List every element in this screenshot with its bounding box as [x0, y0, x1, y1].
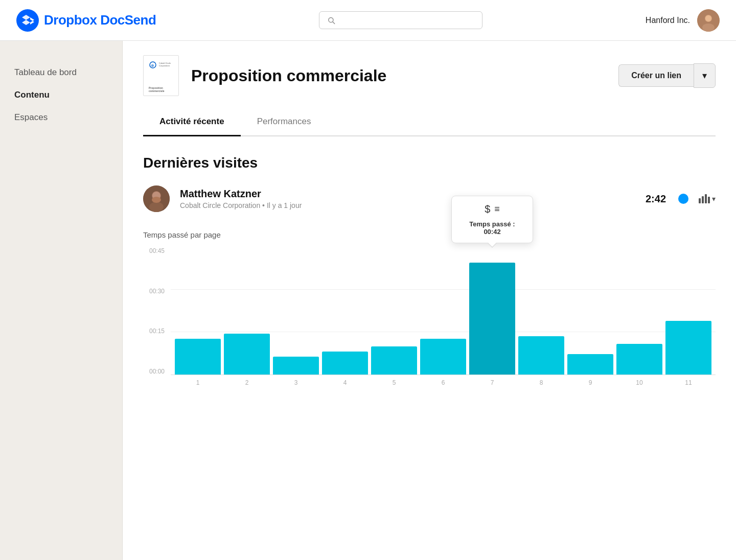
logo[interactable]: Dropbox DocSend	[16, 9, 156, 32]
x-label-8: 8	[518, 379, 564, 386]
x-label-4: 4	[322, 379, 368, 386]
chevron-down-icon: ▾	[712, 195, 716, 203]
y-label-45: 00:45	[143, 247, 169, 254]
avatar	[697, 9, 720, 32]
chart-tooltip: $ ≡ Temps passé : 00:42	[451, 196, 533, 243]
svg-rect-17	[708, 197, 710, 203]
svg-rect-16	[705, 194, 707, 203]
x-label-7: 7	[469, 379, 515, 386]
svg-point-6	[705, 15, 711, 21]
tooltip-arrow-inner	[488, 242, 497, 247]
dollar-icon: $	[485, 203, 490, 215]
x-label-5: 5	[371, 379, 417, 386]
doc-thumbnail: ⊕ Cobalt CircleCorporation Proposition c…	[143, 55, 179, 96]
search-bar[interactable]	[319, 11, 482, 29]
x-label-10: 10	[616, 379, 662, 386]
svg-point-13	[152, 197, 161, 203]
svg-line-2	[333, 21, 335, 24]
header: Dropbox DocSend Hanford Inc.	[0, 0, 736, 41]
live-indicator	[678, 194, 688, 204]
tooltip-text: Temps passé : 00:42	[461, 220, 523, 236]
bar-page-3[interactable]	[273, 247, 319, 375]
sidebar-item-spaces[interactable]: Espaces	[0, 106, 122, 129]
visit-duration: 2:42	[646, 193, 666, 205]
chart-toggle-button[interactable]: ▾	[699, 194, 716, 203]
visitor-avatar	[143, 185, 170, 212]
bars-container: $ ≡ Temps passé : 00:42	[171, 247, 716, 375]
svg-point-5	[702, 24, 715, 32]
layout: Tableau de bord Contenu Espaces ⊕ Cobalt…	[0, 41, 736, 560]
bar-page-4[interactable]	[322, 247, 368, 375]
bar-page-5[interactable]	[371, 247, 417, 375]
y-label-30: 00:30	[143, 288, 169, 295]
x-label-2: 2	[224, 379, 270, 386]
x-label-1: 1	[175, 379, 221, 386]
chart-area: $ ≡ Temps passé : 00:42	[171, 247, 716, 375]
y-label-00: 00:00	[143, 368, 169, 375]
svg-text:⊕: ⊕	[151, 63, 154, 68]
x-label-6: 6	[420, 379, 466, 386]
tabs: Activité récente Performances	[143, 108, 716, 136]
menu-lines-icon: ≡	[494, 204, 500, 215]
visitor-time-ago: Il y a 1 jour	[267, 201, 302, 209]
chevron-down-icon: ▾	[702, 70, 707, 81]
svg-rect-15	[702, 196, 704, 203]
user-name: Hanford Inc.	[646, 16, 690, 25]
svg-rect-14	[699, 198, 701, 203]
visitor-meta: Cobalt Circle Corporation • Il y a 1 jou…	[180, 201, 635, 209]
bar-page-6[interactable]	[420, 247, 466, 375]
content-area: Dernières visites Matthew Katzner	[123, 136, 736, 409]
search-icon	[328, 16, 335, 25]
chart-container: 00:45 00:30 00:15 00:00	[143, 247, 716, 390]
doc-actions: Créer un lien ▾	[618, 63, 716, 88]
chart-x-labels: 1 2 3 4 5 6 7 8 9 10 11	[171, 375, 716, 390]
x-label-11: 11	[665, 379, 711, 386]
create-link-button[interactable]: Créer un lien	[618, 64, 694, 87]
dropbox-logo-icon	[16, 9, 39, 32]
main-content: ⊕ Cobalt CircleCorporation Proposition c…	[123, 41, 736, 560]
tooltip-icons: $ ≡	[461, 203, 523, 215]
bar-page-2[interactable]	[224, 247, 270, 375]
doc-title: Proposition commerciale	[191, 66, 606, 85]
chart-label: Temps passé par page	[143, 230, 716, 239]
bar-page-8[interactable]	[518, 247, 564, 375]
svg-point-0	[16, 9, 39, 32]
bar-page-10[interactable]	[616, 247, 662, 375]
chart-y-axis: 00:45 00:30 00:15 00:00	[143, 247, 169, 375]
sidebar-item-dashboard[interactable]: Tableau de bord	[0, 61, 122, 84]
doc-header: ⊕ Cobalt CircleCorporation Proposition c…	[123, 41, 736, 108]
visitor-info: Matthew Katzner Cobalt Circle Corporatio…	[180, 188, 635, 209]
bar-page-9[interactable]	[567, 247, 613, 375]
tab-performances[interactable]: Performances	[241, 108, 328, 136]
bar-page-11[interactable]	[665, 247, 711, 375]
logo-text: Dropbox DocSend	[44, 12, 156, 28]
user-area[interactable]: Hanford Inc.	[646, 9, 720, 32]
tab-recent-activity[interactable]: Activité récente	[143, 108, 241, 136]
x-label-9: 9	[567, 379, 613, 386]
y-label-15: 00:15	[143, 328, 169, 335]
sidebar: Tableau de bord Contenu Espaces	[0, 41, 123, 560]
chart-section: Temps passé par page 00:45 00:30 00:15 0…	[143, 230, 716, 390]
bar-page-7[interactable]: $ ≡ Temps passé : 00:42	[469, 247, 515, 375]
sidebar-item-content[interactable]: Contenu	[0, 84, 122, 106]
bar-page-1[interactable]	[175, 247, 221, 375]
svg-point-11	[149, 202, 164, 212]
visitor-company: Cobalt Circle Corporation	[180, 201, 260, 209]
visit-row: Matthew Katzner Cobalt Circle Corporatio…	[143, 185, 716, 220]
search-input[interactable]	[340, 16, 474, 25]
dropdown-button[interactable]: ▾	[694, 63, 716, 88]
x-label-3: 3	[273, 379, 319, 386]
section-title: Dernières visites	[143, 155, 716, 171]
visitor-name: Matthew Katzner	[180, 188, 635, 200]
